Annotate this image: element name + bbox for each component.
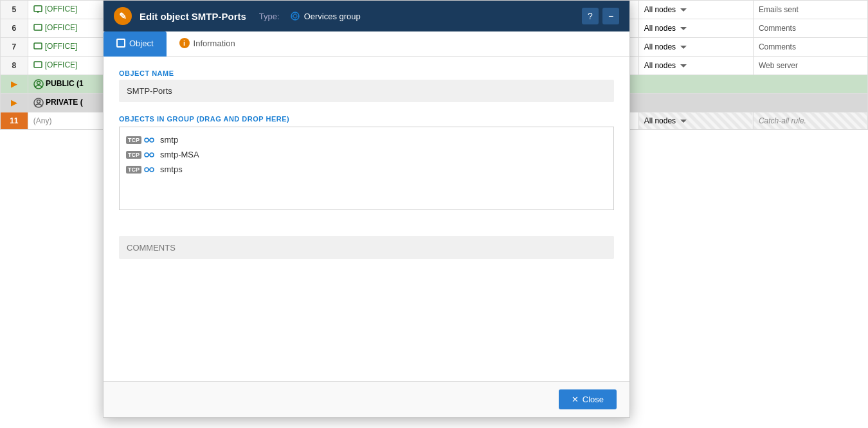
close-button[interactable]: ✕ Close bbox=[559, 389, 617, 409]
object-name-section: OBJECT NAME bbox=[119, 69, 614, 102]
tab-object-icon bbox=[116, 39, 125, 48]
svg-rect-12 bbox=[34, 62, 42, 67]
svg-point-29 bbox=[145, 168, 149, 172]
smtps-name: smtps bbox=[160, 165, 183, 174]
modal-tabs: Object i Information bbox=[104, 31, 629, 57]
services-group-icon bbox=[290, 11, 300, 21]
tcp-label-smtpmsa: TCP bbox=[126, 151, 141, 159]
svg-rect-0 bbox=[34, 6, 42, 12]
tab-object-label: Object bbox=[129, 39, 154, 48]
smtp-msa-service-icon bbox=[143, 150, 155, 159]
main-container: 5 [OFFICE] bbox=[0, 0, 868, 428]
smtp-icon-wrapper: TCP bbox=[126, 136, 155, 145]
tab-information-label: Information bbox=[194, 39, 235, 48]
edit-icon: ✎ bbox=[114, 7, 132, 25]
modal-body: OBJECT NAME OBJECTS IN GROUP (DRAG AND D… bbox=[104, 57, 629, 381]
objects-group-label: OBJECTS IN GROUP (DRAG AND DROP HERE) bbox=[119, 115, 614, 123]
modal-header: ✎ Edit object SMTP-Ports Type: Oervices … bbox=[104, 1, 629, 31]
cell-comment-8: Web server bbox=[753, 57, 867, 75]
group-icon-public bbox=[33, 79, 44, 89]
svg-point-24 bbox=[150, 138, 154, 142]
cell-nodes-6: All nodes bbox=[638, 19, 753, 38]
modal-header-actions: ? − bbox=[582, 8, 619, 24]
smtp-msa-icon-wrapper: TCP bbox=[126, 150, 155, 159]
svg-point-30 bbox=[150, 168, 154, 172]
smtp-name: smtp bbox=[160, 135, 178, 145]
svg-rect-11 bbox=[34, 43, 42, 49]
close-x-icon: ✕ bbox=[572, 395, 579, 404]
close-button-label: Close bbox=[583, 395, 604, 404]
smtp-msa-name: smtp-MSA bbox=[160, 150, 199, 159]
svg-point-18 bbox=[293, 14, 297, 18]
monitor-icon-8 bbox=[33, 61, 42, 69]
form-spacer bbox=[119, 223, 614, 236]
modal-title: Edit object SMTP-Ports bbox=[140, 11, 246, 22]
comments-input[interactable] bbox=[119, 236, 614, 259]
object-name-label: OBJECT NAME bbox=[119, 69, 614, 77]
cell-comment: Emails sent bbox=[753, 1, 867, 19]
row-number: 6 bbox=[1, 19, 28, 38]
expand-arrow-public[interactable]: ▶ bbox=[1, 75, 28, 94]
catchall-comment: Catch-all rule. bbox=[753, 112, 867, 130]
office-badge-6: [OFFICE] bbox=[33, 23, 78, 32]
svg-point-26 bbox=[145, 153, 149, 157]
objects-container[interactable]: TCP smtp TCP bbox=[119, 127, 614, 210]
row-number: 5 bbox=[1, 1, 28, 19]
modal-type-value: Oervices group bbox=[290, 11, 361, 21]
group-icon-private bbox=[33, 98, 44, 108]
cell-comment-7: Comments bbox=[753, 38, 867, 57]
monitor-icon-7 bbox=[33, 42, 42, 50]
smtps-icon-wrapper: TCP bbox=[126, 165, 155, 174]
monitor-icon bbox=[33, 5, 42, 13]
svg-point-14 bbox=[37, 82, 40, 85]
object-name-input[interactable] bbox=[119, 80, 614, 102]
tab-object[interactable]: Object bbox=[104, 31, 167, 57]
list-item: TCP smtp-MSA bbox=[125, 147, 608, 162]
tab-info-icon: i bbox=[179, 38, 190, 48]
tab-information[interactable]: i Information bbox=[167, 31, 248, 57]
svg-point-16 bbox=[37, 100, 40, 103]
modal-dialog: ✎ Edit object SMTP-Ports Type: Oervices … bbox=[103, 0, 630, 418]
cell-nodes-8: All nodes bbox=[638, 57, 753, 75]
cell-comment-6: Comments bbox=[753, 19, 867, 38]
type-value-text: Oervices group bbox=[304, 12, 361, 21]
office-badge-7: [OFFICE] bbox=[33, 42, 78, 51]
cell-nodes-7: All nodes bbox=[638, 38, 753, 57]
minimize-button[interactable]: − bbox=[602, 8, 619, 24]
svg-point-23 bbox=[145, 138, 149, 142]
list-item: TCP smtps bbox=[125, 162, 608, 177]
row-number: 7 bbox=[1, 38, 28, 57]
row-number: 8 bbox=[1, 57, 28, 75]
svg-rect-10 bbox=[34, 24, 42, 30]
objects-group-section: OBJECTS IN GROUP (DRAG AND DROP HERE) TC… bbox=[119, 115, 614, 210]
modal-footer: ✕ Close bbox=[104, 381, 629, 417]
svg-point-27 bbox=[150, 153, 154, 157]
row-number-11: 11 bbox=[1, 112, 28, 130]
modal-type-label: Type: bbox=[259, 12, 280, 21]
tcp-label-smtp: TCP bbox=[126, 136, 141, 144]
tcp-label-smtps: TCP bbox=[126, 166, 141, 174]
cell-nodes: All nodes bbox=[638, 1, 753, 19]
office-badge: [OFFICE] bbox=[33, 4, 78, 13]
help-button[interactable]: ? bbox=[582, 8, 599, 24]
comments-section bbox=[119, 236, 614, 259]
smtps-service-icon bbox=[143, 165, 155, 174]
list-item: TCP smtp bbox=[125, 132, 608, 147]
monitor-icon-6 bbox=[33, 24, 42, 31]
office-badge-8: [OFFICE] bbox=[33, 60, 78, 69]
catchall-nodes: All nodes bbox=[638, 112, 753, 130]
smtp-service-icon bbox=[143, 136, 155, 145]
expand-arrow-private[interactable]: ▶ bbox=[1, 94, 28, 112]
